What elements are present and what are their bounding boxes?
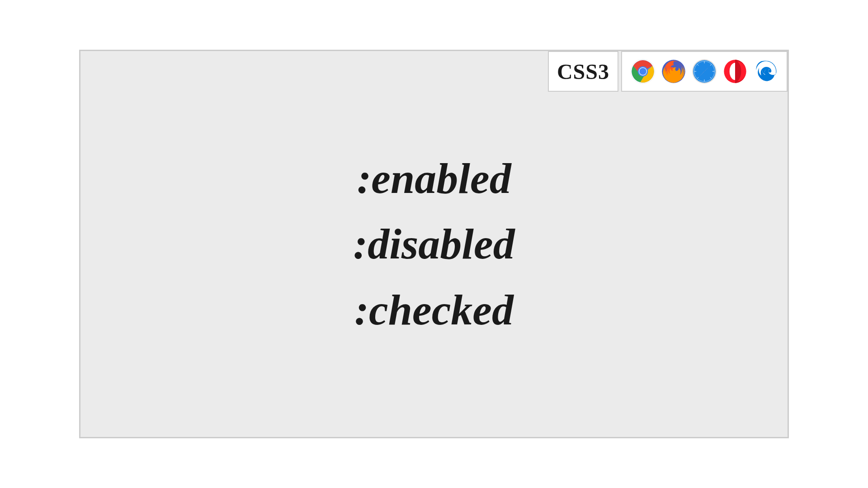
selector-enabled: :enabled <box>357 152 511 204</box>
css3-badge: CSS3 <box>548 51 618 92</box>
selector-disabled: :disabled <box>353 218 514 270</box>
selector-checked: :checked <box>354 284 514 336</box>
chrome-icon <box>630 59 656 84</box>
opera-icon <box>722 59 748 84</box>
slide-content: :enabled :disabled :checked <box>353 152 514 336</box>
firefox-icon <box>661 59 686 84</box>
css3-label: CSS3 <box>557 59 609 84</box>
edge-icon <box>753 59 778 84</box>
safari-icon <box>692 59 717 84</box>
svg-point-4 <box>639 68 646 75</box>
badge-row: CSS3 <box>548 51 788 92</box>
browser-support-badge <box>621 51 788 92</box>
slide-container: CSS3 <box>79 50 789 438</box>
